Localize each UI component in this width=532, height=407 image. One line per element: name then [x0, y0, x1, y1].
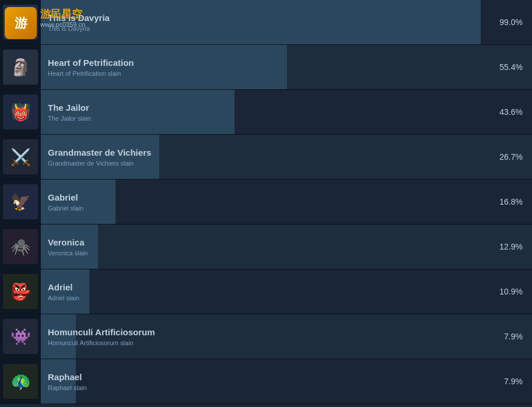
achievement-percent: 55.4%	[497, 62, 532, 72]
achievement-icon: 🕷️	[0, 224, 41, 269]
achievement-row: 🏰This is DavyriaThis is Davyria99.0%游游民星…	[0, 0, 532, 45]
achievement-percent: 43.6%	[497, 107, 532, 117]
achievement-content: Grandmaster de VichiersGrandmaster de Vi…	[41, 143, 497, 171]
achievement-icon: 👾	[0, 314, 41, 359]
achievement-content: RaphaelRaphael slain	[41, 367, 497, 396]
achievement-percent: 12.9%	[497, 242, 532, 251]
achievement-desc: Veronica slain	[48, 250, 490, 257]
achievement-icon-image: 🦅	[3, 184, 38, 219]
achievement-icon: 👺	[0, 269, 41, 314]
achievement-icon: 🗿	[0, 45, 41, 90]
achievement-icon-image: 👺	[3, 274, 38, 309]
achievement-content: This is DavyriaThis is Davyria	[41, 8, 497, 37]
achievement-content: GabrielGabriel slain	[41, 188, 497, 216]
achievement-percent: 7.9%	[497, 377, 532, 386]
achievement-name: Veronica	[48, 237, 490, 247]
achievement-icon-image: 🕷️	[3, 229, 38, 264]
achievement-row: 👺AdrielAdriel slain10.9%	[0, 269, 532, 314]
achievement-row: 🗿Heart of PetrificationHeart of Petrific…	[0, 45, 532, 90]
achievement-icon-image: 🗿	[3, 50, 38, 85]
achievement-icon-image: 👾	[3, 319, 38, 354]
achievement-icon-image: 👹	[3, 94, 38, 129]
achievement-percent: 16.8%	[497, 197, 532, 206]
achievement-content: Homunculi ArtificiosorumHomunculi Artifi…	[41, 322, 497, 351]
achievement-icon: 🦚	[0, 359, 41, 404]
achievement-name: Adriel	[48, 282, 490, 292]
achievement-desc: Homunculi Artificiosorum slain	[48, 339, 490, 346]
achievement-desc: Heart of Petrification slain	[48, 70, 490, 77]
achievement-content: The JailorThe Jailor slain	[41, 98, 497, 127]
achievement-name: Homunculi Artificiosorum	[48, 327, 490, 337]
achievement-desc: Adriel slain	[48, 294, 490, 301]
achievement-name: Raphael	[48, 372, 490, 382]
achievement-icon: 👹	[0, 90, 41, 135]
achievement-row: 👹The JailorThe Jailor slain43.6%	[0, 90, 532, 135]
achievement-percent: 10.9%	[497, 287, 532, 296]
achievement-desc: Gabriel slain	[48, 205, 490, 212]
achievement-name: Gabriel	[48, 192, 490, 202]
achievement-name: This is Davyria	[48, 13, 490, 23]
achievement-content: Heart of PetrificationHeart of Petrifica…	[41, 53, 497, 82]
achievement-icon: 🏰	[0, 0, 41, 45]
achievement-row: 👾Homunculi ArtificiosorumHomunculi Artif…	[0, 314, 532, 359]
achievement-icon: 🦅	[0, 180, 41, 224]
achievement-icon-image: 🏰	[3, 5, 38, 40]
achievement-desc: Raphael slain	[48, 384, 490, 391]
achievement-content: VeronicaVeronica slain	[41, 233, 497, 261]
achievement-name: Heart of Petrification	[48, 58, 490, 68]
achievement-desc: The Jailor slain	[48, 115, 490, 122]
achievement-row: ⚔️Grandmaster de VichiersGrandmaster de …	[0, 135, 532, 180]
achievement-percent: 7.9%	[497, 332, 532, 341]
achievement-percent: 26.7%	[497, 152, 532, 162]
achievement-name: Grandmaster de Vichiers	[48, 148, 490, 157]
achievement-desc: This is Davyria	[48, 25, 490, 32]
achievement-row: 🦚RaphaelRaphael slain7.9%	[0, 359, 532, 404]
achievement-name: The Jailor	[48, 103, 490, 113]
achievement-row: 🦅GabrielGabriel slain16.8%	[0, 180, 532, 224]
achievement-desc: Grandmaster de Vichiers slain	[48, 160, 490, 167]
achievement-icon-image: 🦚	[3, 364, 38, 399]
achievement-icon: ⚔️	[0, 135, 41, 180]
achievement-row: 🕷️VeronicaVeronica slain12.9%	[0, 224, 532, 269]
achievement-list: 🏰This is DavyriaThis is Davyria99.0%游游民星…	[0, 0, 532, 404]
achievement-percent: 99.0%	[497, 17, 532, 27]
achievement-content: AdrielAdriel slain	[41, 278, 497, 306]
achievement-icon-image: ⚔️	[3, 139, 38, 174]
